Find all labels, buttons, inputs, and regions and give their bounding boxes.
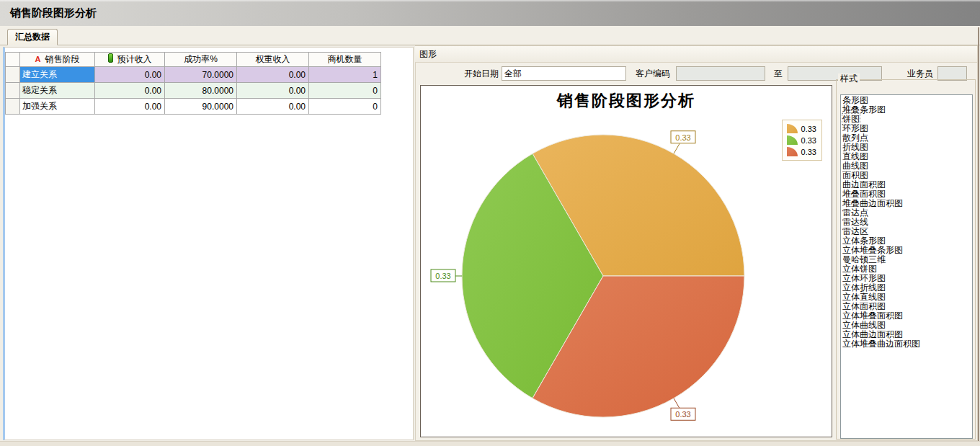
value-cell[interactable]: 0.00: [95, 67, 165, 83]
row-indicator[interactable]: [6, 83, 20, 99]
col-header-label: 商机数量: [328, 54, 362, 64]
col-header-label: 权重收入: [256, 54, 290, 64]
tab-strip: 汇总数据: [0, 26, 980, 45]
tab-label: 汇总数据: [15, 32, 50, 42]
value-cell[interactable]: 0: [309, 99, 381, 115]
chart-legend: 0.330.330.33: [782, 120, 822, 161]
row-indicator[interactable]: [6, 99, 20, 115]
pie-label-leader-line: [674, 143, 680, 153]
to-label: 至: [771, 66, 783, 81]
col-header-stage[interactable]: A销售阶段: [20, 53, 95, 67]
summary-table-panel: A销售阶段 预计收入 成功率% 权重收入 商机数量 建立关系0.0070.000…: [3, 47, 414, 440]
status-strip: [0, 441, 980, 446]
value-cell[interactable]: 70.0000: [165, 67, 237, 83]
legend-swatch-icon: [787, 135, 798, 145]
start-date-label: 开始日期: [460, 66, 499, 81]
window-right-frame: [978, 27, 979, 441]
number-field-icon: [108, 53, 113, 63]
legend-swatch-icon: [787, 147, 798, 156]
row-indicator-header: [6, 53, 20, 67]
tab-summary-data[interactable]: 汇总数据: [7, 29, 58, 45]
table-header-row: A销售阶段 预计收入 成功率% 权重收入 商机数量: [6, 53, 381, 67]
style-group-label: 样式: [838, 73, 860, 84]
chart-title: 销售阶段图形分析: [421, 90, 832, 112]
table-row[interactable]: 建立关系0.0070.00000.001: [6, 67, 381, 83]
salesman-input[interactable]: [937, 66, 967, 81]
customer-code-to-input[interactable]: [788, 66, 882, 81]
value-cell[interactable]: 0.00: [95, 99, 165, 115]
style-group: 样式 条形图堆叠条形图饼图环形图散列点折线图直线图曲线图面积图曲边面积图堆叠面积…: [836, 79, 976, 440]
col-header-label: 预计收入: [117, 54, 152, 64]
style-option[interactable]: 立体堆叠曲边面积图: [841, 339, 972, 349]
pie-label-text: 0.33: [675, 410, 690, 419]
style-list[interactable]: 条形图堆叠条形图饼图环形图散列点折线图直线图曲线图面积图曲边面积图堆叠面积图堆叠…: [840, 94, 973, 439]
legend-entry: 0.33: [787, 135, 816, 145]
col-header-label: 成功率%: [184, 54, 218, 64]
chart-area: 0.330.330.33 销售阶段图形分析 0.330.330.33: [420, 85, 832, 437]
graph-panel-title: 图形: [419, 49, 437, 59]
value-cell[interactable]: 80.0000: [165, 83, 237, 99]
legend-swatch-icon: [787, 124, 798, 133]
style-option[interactable]: 堆叠条形图: [841, 105, 972, 115]
stage-summary-table: A销售阶段 预计收入 成功率% 权重收入 商机数量 建立关系0.0070.000…: [5, 52, 381, 115]
value-cell[interactable]: 0.00: [95, 83, 165, 99]
app-window: 销售阶段图形分析 汇总数据 A销售阶段 预计收入 成功率% 权重收入 商机数量: [0, 0, 980, 446]
customer-code-from-input[interactable]: [676, 66, 765, 81]
value-cell[interactable]: 0.00: [237, 67, 309, 83]
stage-cell[interactable]: 建立关系: [20, 67, 95, 83]
legend-entry: 0.33: [787, 124, 816, 133]
col-header-label: 销售阶段: [45, 54, 79, 64]
letter-A-icon: A: [35, 55, 41, 63]
legend-label: 0.33: [801, 136, 816, 145]
col-header-success-rate[interactable]: 成功率%: [165, 53, 237, 67]
start-date-input[interactable]: [502, 66, 626, 81]
salesman-label: 业务员: [903, 66, 933, 81]
legend-label: 0.33: [801, 148, 816, 156]
pie-label-leader-line: [674, 398, 680, 409]
window-title-bar: 销售阶段图形分析: [0, 0, 980, 26]
pie-label-text: 0.33: [435, 272, 450, 280]
graph-panel-header: 图形: [415, 46, 977, 63]
col-header-expected-revenue[interactable]: 预计收入: [95, 53, 165, 67]
page-title: 销售阶段图形分析: [10, 6, 97, 19]
value-cell[interactable]: 1: [309, 67, 381, 83]
pie-label-text: 0.33: [675, 133, 690, 142]
stage-table-body: 建立关系0.0070.00000.001稳定关系0.0080.00000.000…: [6, 67, 381, 115]
legend-entry: 0.33: [787, 147, 816, 156]
customer-code-label: 客户编码: [631, 66, 670, 81]
stage-cell[interactable]: 稳定关系: [20, 83, 95, 99]
table-row[interactable]: 加强关系0.0090.00000.000: [6, 99, 381, 115]
value-cell[interactable]: 0.00: [237, 99, 309, 115]
table-row[interactable]: 稳定关系0.0080.00000.000: [6, 83, 381, 99]
legend-label: 0.33: [801, 125, 816, 133]
stage-cell[interactable]: 加强关系: [20, 99, 95, 115]
pie-chart: 0.330.330.33: [421, 86, 832, 437]
value-cell[interactable]: 0: [309, 83, 381, 99]
row-indicator[interactable]: [6, 67, 20, 83]
col-header-opportunity-count[interactable]: 商机数量: [309, 53, 381, 67]
value-cell[interactable]: 90.0000: [165, 99, 237, 115]
value-cell[interactable]: 0.00: [237, 83, 309, 99]
col-header-weighted-revenue[interactable]: 权重收入: [237, 53, 309, 67]
